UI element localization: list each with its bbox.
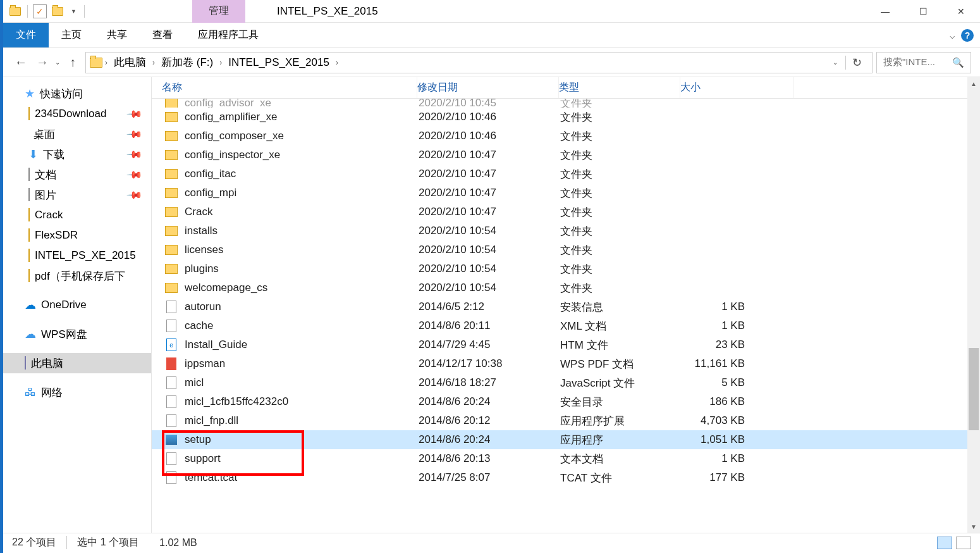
- file-date: 2020/2/10 10:54: [419, 225, 560, 237]
- up-button[interactable]: ↑: [64, 54, 82, 71]
- properties-qat-icon[interactable]: ✓: [33, 4, 47, 18]
- search-input[interactable]: 搜索"INTE... 🔍: [876, 52, 971, 73]
- sidebar-this-pc[interactable]: 此电脑: [3, 353, 151, 373]
- help-icon[interactable]: ?: [961, 29, 974, 42]
- chevron-right-icon[interactable]: ›: [152, 58, 155, 67]
- folder-icon: [164, 148, 178, 162]
- minimize-button[interactable]: —: [866, 0, 904, 23]
- new-folder-qat-icon[interactable]: [51, 4, 64, 18]
- sidebar-item[interactable]: FlexSDR: [3, 225, 151, 245]
- file-row[interactable]: Crack2020/2/10 10:47文件夹: [152, 202, 967, 221]
- scroll-track[interactable]: [967, 90, 980, 520]
- breadcrumb-folder[interactable]: INTEL_PS_XE_2015: [224, 56, 333, 69]
- file-row[interactable]: support2014/8/6 20:13文本文档1 KB: [152, 449, 967, 468]
- file-name: licenses: [185, 244, 419, 256]
- breadcrumb-drive[interactable]: 新加卷 (F:): [157, 55, 217, 70]
- recent-locations-dropdown[interactable]: ⌄: [55, 59, 60, 66]
- vertical-scrollbar[interactable]: ▲ ▼: [967, 77, 980, 533]
- file-row[interactable]: micl_fnp.dll2014/8/6 20:12应用程序扩展4,703 KB: [152, 411, 967, 430]
- scroll-down-icon[interactable]: ▼: [967, 520, 980, 533]
- file-row[interactable]: micl2014/6/18 18:27JavaScript 文件5 KB: [152, 373, 967, 392]
- scroll-thumb[interactable]: [969, 348, 979, 430]
- status-item-count: 22 个项目: [12, 536, 67, 549]
- file-name: plugins: [185, 263, 419, 275]
- file-date: 2020/2/10 10:45: [419, 99, 560, 108]
- down-icon: ⬇: [28, 147, 38, 161]
- file-row[interactable]: config_composer_xe2020/2/10 10:46文件夹: [152, 127, 967, 146]
- file-row[interactable]: config_amplifier_xe2020/2/10 10:46文件夹: [152, 108, 967, 127]
- sidebar-item[interactable]: ⬇下载📌: [3, 144, 151, 165]
- refresh-icon[interactable]: ↻: [845, 56, 868, 70]
- file-row[interactable]: setup2014/8/6 20:24应用程序1,051 KB: [152, 430, 967, 449]
- file-row[interactable]: config_mpi2020/2/10 10:47文件夹: [152, 183, 967, 202]
- pdf-icon: [164, 357, 178, 371]
- sidebar-onedrive[interactable]: ☁ OneDrive: [3, 295, 151, 315]
- sidebar-quick-access[interactable]: ★ 快速访问: [3, 84, 151, 104]
- window-title: INTEL_PS_XE_2015: [277, 5, 866, 18]
- file-icon: [164, 376, 178, 390]
- file-type: 文件夹: [560, 262, 682, 276]
- file-type: 应用程序: [560, 433, 682, 447]
- ribbon-expand-icon[interactable]: ⌵: [950, 30, 955, 40]
- file-row[interactable]: plugins2020/2/10 10:54文件夹: [152, 259, 967, 278]
- file-tab[interactable]: 文件: [3, 23, 49, 47]
- file-row[interactable]: ippsman2014/12/17 10:38WPS PDF 文档11,161 …: [152, 354, 967, 373]
- sidebar-item[interactable]: 2345Download📌: [3, 104, 151, 124]
- file-type: 文件夹: [560, 224, 682, 239]
- breadcrumb-thispc[interactable]: 此电脑: [110, 55, 150, 70]
- qat-dropdown-icon[interactable]: ▼: [68, 8, 79, 15]
- file-row[interactable]: config_itac2020/2/10 10:47文件夹: [152, 165, 967, 183]
- large-icons-view-icon[interactable]: [956, 537, 971, 549]
- close-button[interactable]: ✕: [942, 0, 980, 23]
- sidebar-item[interactable]: 文档📌: [3, 165, 151, 185]
- file-row[interactable]: autorun2014/6/5 2:12安装信息1 KB: [152, 297, 967, 316]
- sidebar-item[interactable]: 桌面📌: [3, 124, 151, 144]
- file-row[interactable]: micl_1cfb15ffc4232c02014/8/6 20:24安全目录18…: [152, 392, 967, 411]
- share-tab[interactable]: 共享: [94, 23, 140, 47]
- file-type: 应用程序扩展: [560, 414, 682, 428]
- sidebar-wps[interactable]: ☁ WPS网盘: [3, 324, 151, 344]
- scroll-up-icon[interactable]: ▲: [967, 77, 980, 90]
- file-row[interactable]: licenses2020/2/10 10:54文件夹: [152, 240, 967, 259]
- file-row[interactable]: welcomepage_cs2020/2/10 10:54文件夹: [152, 278, 967, 297]
- sidebar-item[interactable]: pdf（手机保存后下: [3, 266, 151, 286]
- address-bar[interactable]: › 此电脑 › 新加卷 (F:) › INTEL_PS_XE_2015 › ⌄ …: [85, 52, 873, 73]
- sidebar-item[interactable]: Crack: [3, 205, 151, 225]
- file-size: 4,703 KB: [682, 414, 751, 427]
- sidebar-item-label: 快速访问: [40, 87, 83, 101]
- address-history-dropdown[interactable]: ⌄: [829, 59, 842, 66]
- file-list: 名称 修改日期 类型 大小 config_advisor_xe2020/2/10…: [152, 77, 967, 533]
- sidebar-item-label: 网络: [41, 385, 63, 400]
- back-button[interactable]: ←: [12, 54, 30, 71]
- file-name: config_composer_xe: [185, 130, 419, 142]
- chevron-right-icon[interactable]: ›: [219, 58, 222, 67]
- folder-icon: [164, 99, 178, 108]
- chevron-right-icon[interactable]: ›: [336, 58, 338, 67]
- file-date: 2014/8/6 20:11: [419, 320, 560, 332]
- file-row[interactable]: temcat.tcat2014/7/25 8:07TCAT 文件177 KB: [152, 468, 967, 487]
- maximize-button[interactable]: ☐: [904, 0, 942, 23]
- file-name: micl_fnp.dll: [185, 414, 419, 427]
- details-view-icon[interactable]: [937, 537, 952, 549]
- app-tools-tab[interactable]: 应用程序工具: [185, 23, 271, 47]
- home-tab[interactable]: 主页: [49, 23, 94, 47]
- file-row[interactable]: eInstall_Guide2014/7/29 4:45HTM 文件23 KB: [152, 335, 967, 354]
- file-row[interactable]: installs2020/2/10 10:54文件夹: [152, 221, 967, 240]
- file-row[interactable]: cache2014/8/6 20:11XML 文档1 KB: [152, 316, 967, 335]
- sidebar-network[interactable]: 🖧 网络: [3, 382, 151, 402]
- column-header-name[interactable]: 名称: [152, 77, 417, 98]
- pic-icon: [28, 189, 30, 201]
- column-header-size[interactable]: 大小: [680, 77, 794, 98]
- forward-button[interactable]: →: [34, 54, 51, 71]
- chevron-right-icon[interactable]: ›: [105, 58, 107, 67]
- sidebar-item[interactable]: INTEL_PS_XE_2015: [3, 245, 151, 266]
- view-tab[interactable]: 查看: [140, 23, 185, 47]
- file-date: 2014/7/25 8:07: [419, 471, 560, 484]
- file-row[interactable]: config_advisor_xe2020/2/10 10:45文件夹: [152, 99, 967, 108]
- file-row[interactable]: config_inspector_xe2020/2/10 10:47文件夹: [152, 146, 967, 165]
- column-header-type[interactable]: 类型: [559, 77, 680, 98]
- column-header-date[interactable]: 修改日期: [417, 77, 559, 98]
- sidebar-item[interactable]: 图片📌: [3, 185, 151, 205]
- folder-icon: [164, 167, 178, 181]
- sidebar-item-label: 桌面: [34, 127, 55, 142]
